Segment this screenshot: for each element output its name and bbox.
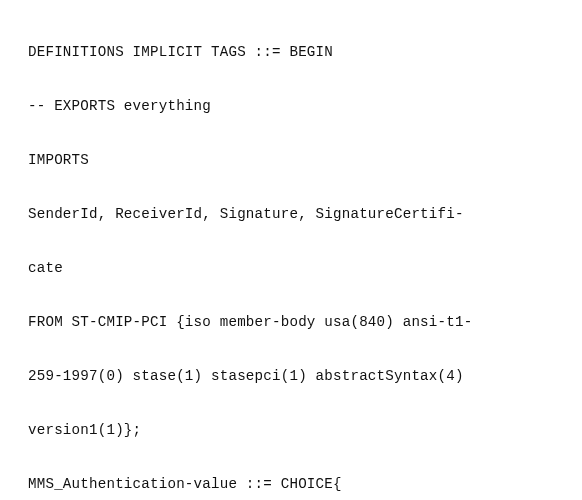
- code-line: DEFINITIONS IMPLICIT TAGS ::= BEGIN: [28, 39, 560, 66]
- code-line: cate: [28, 255, 560, 282]
- code-line: FROM ST-CMIP-PCI {iso member-body usa(84…: [28, 309, 560, 336]
- code-line: 259-1997(0) stase(1) stasepci(1) abstrac…: [28, 363, 560, 390]
- code-line: -- EXPORTS everything: [28, 93, 560, 120]
- code-line: SenderId, ReceiverId, Signature, Signatu…: [28, 201, 560, 228]
- code-line: MMS_Authentication-value ::= CHOICE{: [28, 471, 560, 498]
- code-block: DEFINITIONS IMPLICIT TAGS ::= BEGIN -- E…: [0, 0, 582, 500]
- code-line: version1(1)};: [28, 417, 560, 444]
- code-line: IMPORTS: [28, 147, 560, 174]
